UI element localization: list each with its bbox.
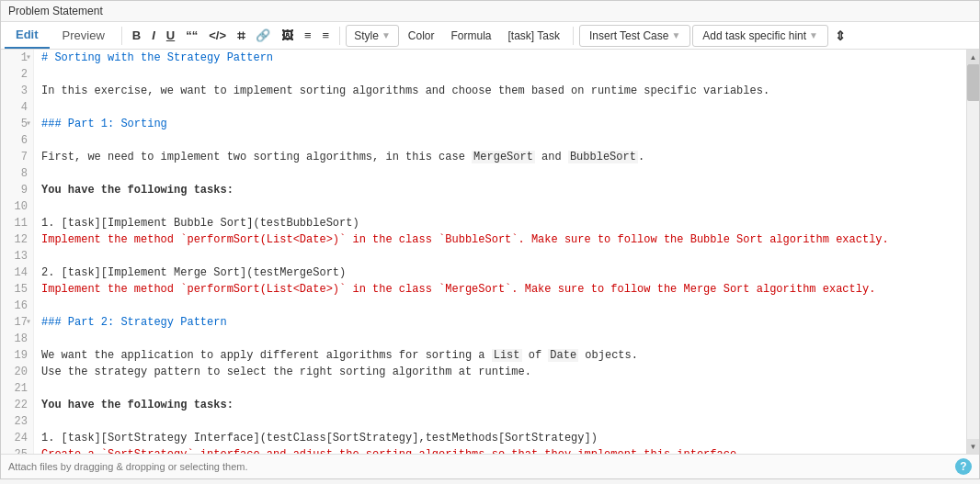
scroll-up-arrow[interactable]: ▲ xyxy=(967,50,980,64)
help-icon[interactable]: ? xyxy=(955,458,972,475)
line-number: 11 xyxy=(1,215,33,231)
add-hint-caret: ▼ xyxy=(809,30,818,40)
scrollbar[interactable]: ▲ ▼ xyxy=(966,50,979,454)
blockquote-button[interactable]: ““ xyxy=(181,25,202,46)
scroll-track[interactable] xyxy=(967,64,980,439)
scroll-down-arrow[interactable]: ▼ xyxy=(967,439,980,454)
line-number: 24 xyxy=(1,430,33,446)
insert-test-caret: ▼ xyxy=(671,30,680,40)
code-line xyxy=(41,132,966,149)
line-number: 1▾ xyxy=(1,50,33,66)
color-button[interactable]: Color xyxy=(401,26,442,46)
code-line xyxy=(41,248,966,265)
underline-button[interactable]: U xyxy=(162,25,179,46)
code-line xyxy=(41,413,966,430)
code-line: You have the following tasks: xyxy=(41,397,966,413)
line-number: 8 xyxy=(1,165,33,182)
toolbar: Edit Preview B I U ““ </> ⌗ 🔗 🖼 ≡ ≡ Styl… xyxy=(1,22,979,50)
footer: Attach files by dragging & dropping or s… xyxy=(1,454,979,478)
code-line: 2. [task][Implement Merge Sort](testMerg… xyxy=(41,265,966,281)
code-line: ### Part 1: Sorting xyxy=(41,116,966,132)
code-button[interactable]: </> xyxy=(204,25,231,46)
code-line: Implement the method `performSort(List<D… xyxy=(41,231,966,248)
editor-area: 1▾2345▾67891011121314151617▾181920212223… xyxy=(1,50,979,454)
code-line: Create a `SortStrategy` interface and ad… xyxy=(41,446,966,454)
code-content[interactable]: # Sorting with the Strategy Pattern In t… xyxy=(34,50,966,454)
line-number: 15 xyxy=(1,281,33,298)
line-number: 4 xyxy=(1,99,33,116)
toolbar-divider-1 xyxy=(121,27,122,45)
style-caret: ▼ xyxy=(382,30,391,40)
code-line: # Sorting with the Strategy Pattern xyxy=(41,50,966,66)
line-number: 22 xyxy=(1,397,33,413)
code-line: You have the following tasks: xyxy=(41,182,966,198)
tab-preview[interactable]: Preview xyxy=(51,23,116,48)
line-numbers: 1▾2345▾67891011121314151617▾181920212223… xyxy=(1,50,34,454)
move-button[interactable]: ⇕ xyxy=(830,25,850,47)
link-button[interactable]: 🔗 xyxy=(251,25,275,46)
style-dropdown[interactable]: Style ▼ xyxy=(346,25,399,47)
tab-edit[interactable]: Edit xyxy=(5,22,50,49)
code-line: We want the application to apply differe… xyxy=(41,347,966,364)
line-number: 5▾ xyxy=(1,116,33,132)
code2-button[interactable]: ⌗ xyxy=(233,24,249,48)
italic-button[interactable]: I xyxy=(147,25,160,46)
formula-button[interactable]: Formula xyxy=(443,26,498,46)
line-number: 13 xyxy=(1,248,33,265)
line-number: 2 xyxy=(1,66,33,83)
line-number: 23 xyxy=(1,413,33,430)
code-line: Use the strategy pattern to select the r… xyxy=(41,364,966,380)
line-number: 18 xyxy=(1,331,33,347)
line-number: 10 xyxy=(1,198,33,215)
line-number: 20 xyxy=(1,364,33,380)
footer-text: Attach files by dragging & dropping or s… xyxy=(8,461,247,472)
toolbar-divider-2 xyxy=(339,27,340,45)
line-number: 17▾ xyxy=(1,314,33,331)
code-line: 1. [task][SortStrategy Interface](testCl… xyxy=(41,430,966,446)
line-number: 7 xyxy=(1,149,33,165)
code-line xyxy=(41,298,966,314)
line-number: 21 xyxy=(1,380,33,397)
problem-statement-label: Problem Statement xyxy=(1,1,979,22)
code-line: Implement the method `performSort(List<D… xyxy=(41,281,966,298)
code-line xyxy=(41,66,966,83)
code-line xyxy=(41,331,966,347)
code-line xyxy=(41,165,966,182)
line-number: 14 xyxy=(1,265,33,281)
line-number: 19 xyxy=(1,347,33,364)
unordered-list-button[interactable]: ≡ xyxy=(318,25,335,46)
bold-button[interactable]: B xyxy=(128,25,145,46)
insert-test-case-button[interactable]: Insert Test Case ▼ xyxy=(579,25,690,47)
line-number: 16 xyxy=(1,298,33,314)
editor-container: Problem Statement Edit Preview B I U ““ … xyxy=(0,0,980,479)
ordered-list-button[interactable]: ≡ xyxy=(300,25,316,46)
code-line: ### Part 2: Strategy Pattern xyxy=(41,314,966,331)
code-line: 1. [task][Implement Bubble Sort](testBub… xyxy=(41,215,966,231)
line-number: 9 xyxy=(1,182,33,198)
line-number: 6 xyxy=(1,132,33,149)
code-line xyxy=(41,380,966,397)
line-number: 3 xyxy=(1,83,33,99)
scroll-thumb[interactable] xyxy=(967,64,980,101)
code-line: In this exercise, we want to implement s… xyxy=(41,83,966,99)
code-line: First, we need to implement two sorting … xyxy=(41,149,966,165)
code-line xyxy=(41,198,966,215)
image-button[interactable]: 🖼 xyxy=(277,25,298,46)
toolbar-divider-3 xyxy=(573,27,574,45)
add-hint-button[interactable]: Add task specific hint ▼ xyxy=(692,25,828,47)
code-line xyxy=(41,99,966,116)
line-number: 12 xyxy=(1,231,33,248)
task-button[interactable]: [task] Task xyxy=(501,26,567,46)
line-number: 25 xyxy=(1,446,33,454)
